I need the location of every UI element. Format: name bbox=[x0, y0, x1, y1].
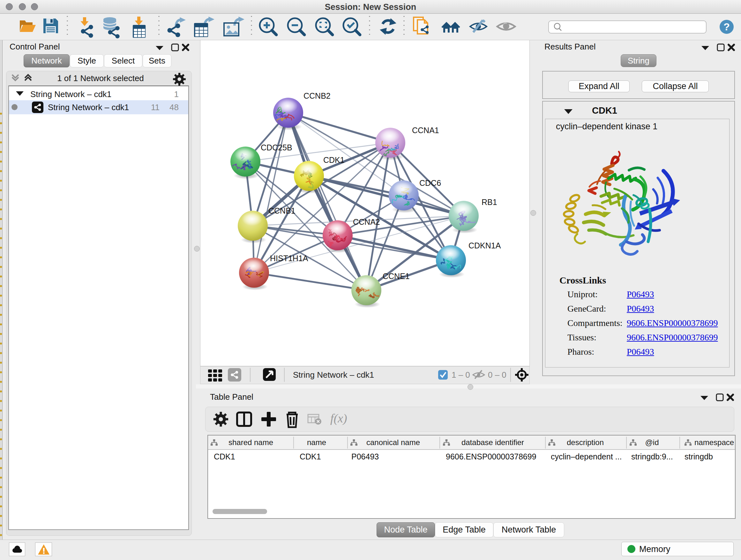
svg-text:CDC25B: CDC25B bbox=[261, 143, 292, 152]
svg-text:?: ? bbox=[724, 21, 730, 33]
svg-text:CCNB1: CCNB1 bbox=[268, 206, 295, 215]
svg-text:CDKN1A: CDKN1A bbox=[468, 241, 501, 250]
svg-text:HIST1H1A: HIST1H1A bbox=[270, 254, 308, 263]
svg-text:RB1: RB1 bbox=[482, 198, 497, 206]
svg-text:1 – 0: 1 – 0 bbox=[452, 370, 470, 380]
svg-text:CCNA2: CCNA2 bbox=[353, 217, 380, 226]
svg-text:CCNA1: CCNA1 bbox=[412, 126, 439, 135]
svg-text:CDK1: CDK1 bbox=[323, 155, 345, 165]
svg-text:CCNE1: CCNE1 bbox=[383, 272, 410, 281]
svg-text:CCNB2: CCNB2 bbox=[304, 91, 331, 100]
svg-text:CDC6: CDC6 bbox=[419, 179, 441, 187]
svg-text:0 – 0: 0 – 0 bbox=[488, 370, 507, 380]
svg-text:String Network – cdk1: String Network – cdk1 bbox=[293, 370, 374, 380]
